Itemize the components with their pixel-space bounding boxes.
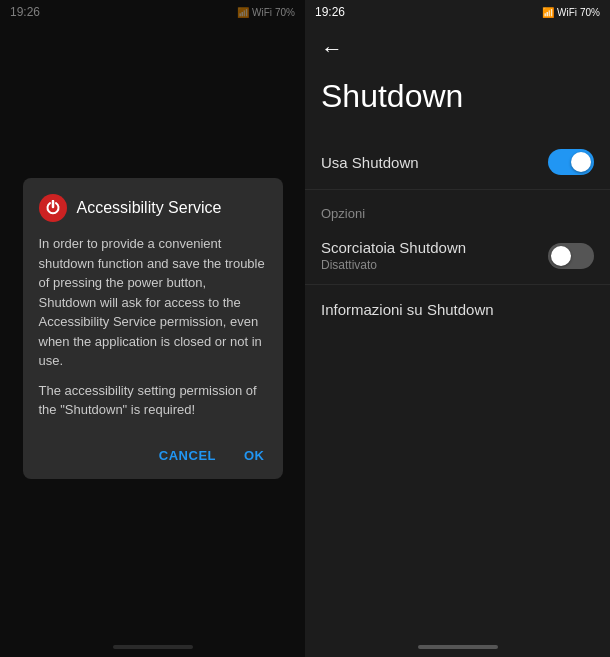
ok-button[interactable]: OK <box>238 444 271 467</box>
cancel-button[interactable]: CANCEL <box>153 444 222 467</box>
dialog-body-text1: In order to provide a convenient shutdow… <box>39 234 267 371</box>
opzioni-header: Opzioni <box>305 190 610 227</box>
use-shutdown-row: Usa Shutdown <box>305 135 610 190</box>
right-status-icons: 📶 WiFi 70% <box>542 7 600 18</box>
right-panel: 19:26 📶 WiFi 70% ← Shutdown Usa Shutdown… <box>305 0 610 657</box>
right-time: 19:26 <box>315 5 345 19</box>
toggle-knob-off <box>551 246 571 266</box>
scorciatoia-label: Scorciatoia Shutdown <box>321 239 466 256</box>
right-battery: 70% <box>580 7 600 18</box>
left-panel: 19:26 📶 WiFi 70% Accessibility Service I… <box>0 0 305 657</box>
dialog-header: Accessibility Service <box>23 178 283 230</box>
right-wifi-icon: WiFi <box>557 7 577 18</box>
settings-section: Usa Shutdown Opzioni Scorciatoia Shutdow… <box>305 135 610 335</box>
info-row[interactable]: Informazioni su Shutdown <box>305 284 610 335</box>
dialog-body: In order to provide a convenient shutdow… <box>23 230 283 436</box>
info-label: Informazioni su Shutdown <box>321 301 494 318</box>
dialog-title: Accessibility Service <box>77 199 222 217</box>
right-status-bar: 19:26 📶 WiFi 70% <box>305 0 610 24</box>
power-icon <box>39 194 67 222</box>
dialog-actions: CANCEL OK <box>23 436 283 479</box>
scorciatoia-label-group: Scorciatoia Shutdown Disattivato <box>321 239 466 272</box>
accessibility-dialog: Accessibility Service In order to provid… <box>23 178 283 479</box>
right-bottom-indicator <box>418 645 498 649</box>
dialog-overlay: Accessibility Service In order to provid… <box>0 0 305 657</box>
right-signal-icon: 📶 <box>542 7 554 18</box>
use-shutdown-label: Usa Shutdown <box>321 154 419 171</box>
power-svg <box>45 200 61 216</box>
back-button[interactable]: ← <box>305 24 610 74</box>
toggle-knob-on <box>571 152 591 172</box>
dialog-body-text2: The accessibility setting permission of … <box>39 381 267 420</box>
page-title: Shutdown <box>305 74 610 135</box>
use-shutdown-toggle[interactable] <box>548 149 594 175</box>
scorciatoia-toggle[interactable] <box>548 243 594 269</box>
scorciatoia-sublabel: Disattivato <box>321 258 466 272</box>
scorciatoia-row: Scorciatoia Shutdown Disattivato <box>305 227 610 284</box>
